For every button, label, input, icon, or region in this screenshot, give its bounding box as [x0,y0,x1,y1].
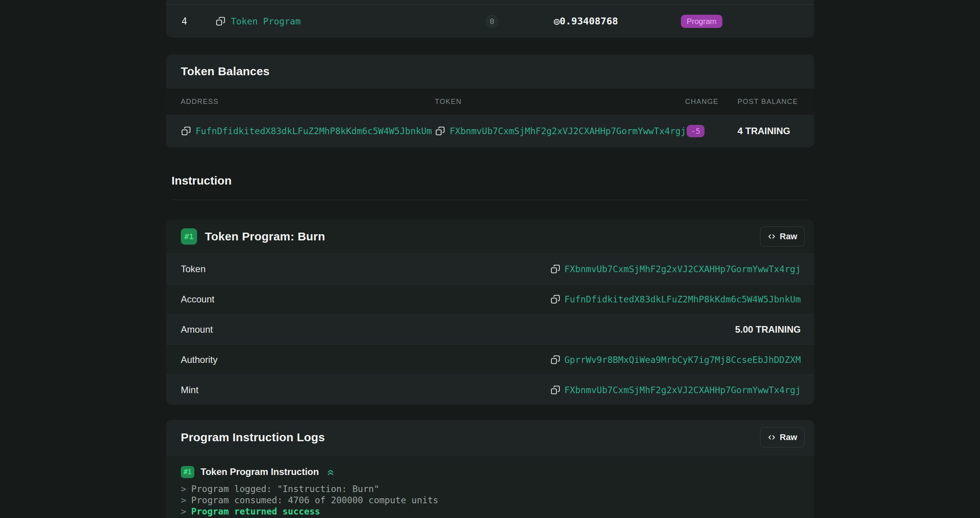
section-divider [171,200,809,200]
instruction-card-title-group: #1 Token Program: Burn [181,228,325,245]
token-balances-header: Token Balances [166,54,814,88]
section-title: Instruction [171,174,809,188]
invocation-count-cell: 0 [449,15,535,28]
program-cell: Token Program [209,16,449,26]
row-index: 4 [166,16,209,27]
column-post-balance: POST BALANCE [738,98,814,106]
log-group-title: Token Program Instruction [201,466,319,477]
row-label: Amount [166,324,213,335]
row-value: FXbnmvUb7CxmSjMhF2g2xVJ2CXAHHp7GormYwwTx… [550,264,814,274]
row-value: GprrWv9r8BMxQiWea9MrbCyK7ig7Mj8CcseEbJhD… [550,355,814,365]
log-line: > Program logged: "Instruction: Burn" [181,483,799,494]
row-value: FXbnmvUb7CxmSjMhF2g2xVJ2CXAHHp7GormYwwTx… [550,385,814,395]
row-value: FufnDfidkitedX83dkLFuZ2MhP8kKdm6c5W4W5Jb… [550,294,814,304]
row-value: 5.00 TRAINING [735,324,814,335]
copy-icon[interactable] [181,126,191,136]
program-tag-badge: Program [681,15,722,28]
column-change: CHANGE [685,98,738,106]
code-icon [767,232,776,241]
instruction-index-badge: #1 [181,228,197,245]
instruction-row-amount: Amount 5.00 TRAINING [166,314,814,344]
invocation-count-badge: 0 [485,15,499,28]
copy-icon[interactable] [215,16,225,26]
address-link[interactable]: FufnDfidkitedX83dkLFuZ2MhP8kKdm6c5W4W5Jb… [564,294,801,304]
log-line: > Program consumed: 4706 of 200000 compu… [181,494,799,506]
token-balances-column-headers: ADDRESS TOKEN CHANGE POST BALANCE [166,88,814,115]
row-label: Account [166,294,215,305]
post-balance-value: 4 TRAINING [738,126,814,136]
address-cell: FufnDfidkitedX83dkLFuZ2MhP8kKdm6c5W4W5Jb… [166,126,435,136]
address-link[interactable]: FXbnmvUb7CxmSjMhF2g2xVJ2CXAHHp7GormYwwTx… [564,385,801,395]
code-icon [767,433,776,442]
copy-icon[interactable] [550,294,560,304]
log-prefix: > [181,506,186,516]
token-balance-row: FufnDfidkitedX83dkLFuZ2MhP8kKdm6c5W4W5Jb… [166,115,814,147]
column-address: ADDRESS [166,98,435,106]
log-lines: > Program logged: "Instruction: Burn" > … [181,483,799,517]
log-prefix: > [181,495,186,505]
instruction-row-mint: Mint FXbnmvUb7CxmSjMhF2g2xVJ2CXAHHp7Gorm… [166,375,814,405]
copy-icon[interactable] [435,126,445,136]
page-content: 4 Token Program 0 ◎0.93408768 Program To… [166,0,814,518]
log-prefix: > [181,484,186,494]
token-address-link[interactable]: FXbnmvUb7CxmSjMhF2g2xVJ2CXAHHp7GormYwwTx… [450,126,686,136]
instruction-row-account: Account FufnDfidkitedX83dkLFuZ2MhP8kKdm6… [166,284,814,314]
tag-cell: Program [618,15,814,28]
instruction-card-header: #1 Token Program: Burn Raw [166,219,814,254]
account-inputs-table: 4 Token Program 0 ◎0.93408768 Program [166,0,814,38]
copy-icon[interactable] [550,264,560,274]
row-label: Authority [166,354,218,365]
change-badge: -5 [687,125,705,137]
program-logs-title: Program Instruction Logs [181,431,325,444]
column-token: TOKEN [435,98,685,106]
address-link[interactable]: GprrWv9r8BMxQiWea9MrbCyK7ig7Mj8CcseEbJhD… [564,355,801,365]
raw-button-label: Raw [780,231,797,242]
token-balances-title: Token Balances [181,65,270,78]
address-link[interactable]: FXbnmvUb7CxmSjMhF2g2xVJ2CXAHHp7GormYwwTx… [564,264,801,274]
log-line-success: > Program returned success [181,506,799,517]
instruction-row-authority: Authority GprrWv9r8BMxQiWea9MrbCyK7ig7Mj… [166,344,814,375]
collapse-chevrons-up-icon[interactable] [326,467,335,477]
change-cell: -5 [685,125,738,137]
log-group-index-badge: #1 [181,466,194,478]
row-label: Token [166,264,206,275]
instruction-title: Token Program: Burn [205,230,325,243]
program-logs-header: Program Instruction Logs Raw [166,420,814,455]
row-label: Mint [166,385,198,395]
copy-icon[interactable] [550,385,560,395]
token-cell: FXbnmvUb7CxmSjMhF2g2xVJ2CXAHHp7GormYwwTx… [435,126,685,136]
table-row: 4 Token Program 0 ◎0.93408768 Program [166,5,814,38]
log-text: Program returned success [191,506,320,516]
program-logs-body: #1 Token Program Instruction > Program l… [166,455,814,518]
token-balances-card: Token Balances ADDRESS TOKEN CHANGE POST… [166,54,814,147]
owner-address-link[interactable]: FufnDfidkitedX83dkLFuZ2MhP8kKdm6c5W4W5Jb… [196,126,432,136]
instruction-section-heading: Instruction [171,174,809,188]
instruction-card: #1 Token Program: Burn Raw Token FXbnmvU… [166,219,814,405]
amount-value: 5.00 TRAINING [735,324,801,335]
log-group-header: #1 Token Program Instruction [181,465,799,478]
sol-balance: ◎0.93408768 [535,16,618,27]
raw-button[interactable]: Raw [760,427,805,447]
program-link[interactable]: Token Program [231,16,301,26]
raw-button-label: Raw [780,432,797,442]
copy-icon[interactable] [550,355,560,365]
raw-button[interactable]: Raw [760,226,805,247]
previous-row-edge [166,0,814,4]
log-text: Program logged: "Instruction: Burn" [191,484,379,494]
log-text: Program consumed: 4706 of 200000 compute… [191,495,438,505]
program-logs-card: Program Instruction Logs Raw #1 Token Pr… [166,420,814,518]
instruction-row-token: Token FXbnmvUb7CxmSjMhF2g2xVJ2CXAHHp7Gor… [166,254,814,284]
